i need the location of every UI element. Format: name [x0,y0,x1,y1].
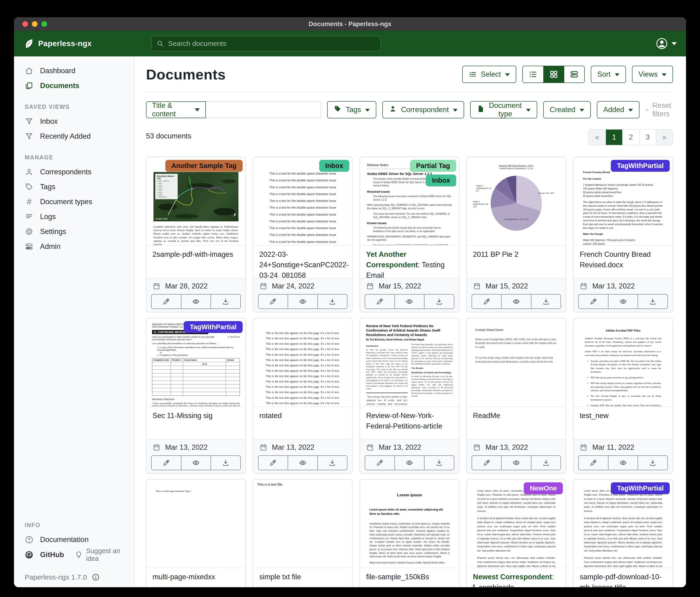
edit-document-button[interactable] [365,294,395,309]
pagination-page-1[interactable]: 1 [605,129,622,145]
info-circle-icon[interactable] [92,573,99,581]
document-title[interactable]: simple txt file [253,568,352,587]
table-row [152,369,240,373]
filter-tags-button[interactable]: Tags [327,101,376,118]
pagination-page-3[interactable]: 3 [639,129,656,145]
sidebar-item-documentation[interactable]: Documentation [14,532,134,547]
sidebar-item-github[interactable]: GitHub [14,547,69,562]
search-field-selector[interactable]: Title & content [146,101,206,118]
pagination-next-button[interactable]: » [656,129,673,145]
sidebar-item-admin[interactable]: Admin [14,239,134,254]
document-title[interactable]: multi-page-mixedxx [147,568,246,587]
view-document-button[interactable] [181,456,211,470]
download-document-button[interactable] [210,294,240,309]
view-document-button[interactable] [181,294,211,309]
sidebar-item-logs[interactable]: Logs [14,209,134,224]
sidebar-item-inbox[interactable]: Inbox [14,114,134,129]
tag-badge[interactable]: TagWithPartial [611,160,670,172]
document-thumbnail[interactable]: Review of New York Federal Petitions for… [360,318,459,406]
document-title[interactable]: French Country Bread Revised.docx [574,245,673,278]
view-document-button[interactable] [608,456,638,470]
sidebar-item-tags[interactable]: Tags [14,180,134,194]
download-document-button[interactable] [424,456,454,470]
document-thumbnail[interactable]: This is the text that appears on the fir… [253,318,352,406]
edit-document-button[interactable] [258,294,288,309]
download-document-button[interactable] [317,456,347,470]
views-button[interactable]: Views [632,66,673,83]
view-document-button[interactable] [608,294,638,309]
view-document-button[interactable] [288,456,317,470]
download-document-button[interactable] [638,456,667,470]
user-menu[interactable] [656,38,677,50]
document-title[interactable]: 2sample-pdf-with-images [147,245,246,278]
edit-document-button[interactable] [579,456,608,470]
app-brand[interactable]: Paperless-ngx [23,38,92,49]
document-title[interactable]: file-sample_150kBs [360,568,459,587]
pagination-page-2[interactable]: 2 [622,129,639,145]
download-document-button[interactable] [531,456,561,470]
global-search[interactable] [151,36,381,51]
view-document-button[interactable] [395,294,424,309]
document-title[interactable]: Yet Another Correspondent: Testing Email [360,245,459,278]
tag-badge[interactable]: TagWithPartial [184,321,243,333]
document-title[interactable]: rotated [253,406,352,439]
document-thumbnail[interactable]: Lorem ipsumLorem ipsum dolor sit amet, c… [360,480,459,568]
download-document-button[interactable] [210,456,240,470]
edit-document-button[interactable] [365,456,395,470]
download-document-button[interactable] [531,294,561,309]
edit-document-button[interactable] [258,456,288,470]
document-title[interactable]: ReadMe [467,406,566,439]
view-list-toggle[interactable] [523,66,543,82]
document-title[interactable]: 2011 BP Pie 2 [467,245,566,278]
document-title[interactable]: 2022-03-24+Sonstige+ScanPC2022-03-24_081… [253,245,352,278]
document-title[interactable]: test_new [574,406,673,439]
filter-correspondent-button[interactable]: Correspondent [382,101,464,118]
edit-document-button[interactable] [152,456,181,470]
suggest-idea-link[interactable]: Suggest an idea [75,547,134,563]
document-thumbnail[interactable]: This is a test file. [253,480,352,568]
view-grid-toggle[interactable] [543,66,564,82]
document-title[interactable]: sample-pdf-download-10-mb-longer-title [574,568,673,587]
sidebar-item-dashboard[interactable]: Dashboard [14,63,134,78]
document-thumbnail[interactable]: Adobe Acrobat PDF FilesAdobe® Portable D… [574,318,673,406]
tag-badge[interactable]: Partial Tag [410,160,456,172]
select-button[interactable]: Select [462,66,516,83]
download-document-button[interactable] [424,294,454,309]
document-title[interactable]: Review-of-New-York-Federal-Petitions-art… [360,406,459,439]
filter-query-input[interactable] [206,101,321,118]
tag-badge[interactable]: Inbox [319,160,349,172]
download-document-button[interactable] [317,294,347,309]
document-thumbnail[interactable]: Contact Sheet DemoGiven a set of image f… [467,318,566,406]
sort-button[interactable]: Sort [591,66,626,83]
sidebar-item-recently-added[interactable]: Recently Added [14,129,134,144]
pagination-prev-button[interactable]: « [589,129,605,145]
edit-document-button[interactable] [579,294,608,309]
view-document-button[interactable] [501,456,531,470]
view-document-button[interactable] [501,294,531,309]
filter-document-type-button[interactable]: Document type [470,101,537,118]
document-thumbnail[interactable]: Patient BP Distribution 2011Normal, 151,… [467,157,566,245]
view-document-button[interactable] [395,456,424,470]
tag-badge[interactable]: TagWithPartial [611,482,670,494]
edit-document-button[interactable] [472,294,501,309]
view-details-toggle[interactable] [564,66,584,82]
document-title[interactable]: Newest Correspondent: f_combinado [467,568,566,587]
document-title[interactable]: Sec 11-Missing sig [147,406,246,439]
filter-added-button[interactable]: Added [597,101,640,118]
view-document-button[interactable] [288,294,317,309]
tag-badge[interactable]: Inbox [426,174,456,186]
sidebar-item-correspondents[interactable]: Correspondents [14,165,134,180]
download-document-button[interactable] [638,294,667,309]
filter-created-button[interactable]: Created [543,101,591,118]
sidebar-item-document-types[interactable]: #Document types [14,194,134,209]
tag-badge[interactable]: Another Sample Tag [165,160,243,172]
edit-document-button[interactable] [152,294,181,309]
article-byline: By Tim McCarthy, David Hoffman, and Ryha… [366,338,453,341]
tag-badge[interactable]: NewOne [524,482,563,494]
edit-document-button[interactable] [472,456,501,470]
sidebar-item-settings[interactable]: Settings [14,224,134,239]
reset-filters-button[interactable]: Reset filters [646,101,674,118]
document-thumbnail[interactable]: This is a multi page document. Page 1. [147,480,246,568]
search-input[interactable] [168,39,376,48]
sidebar-item-documents[interactable]: Documents [14,78,134,93]
